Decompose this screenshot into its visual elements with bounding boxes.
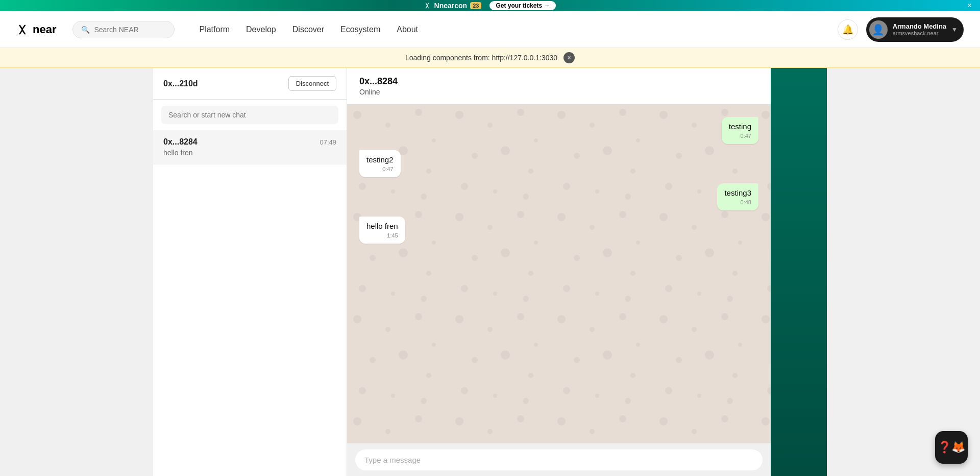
nearcon-banner: Nnearcon 23 Get your tickets → × <box>0 0 980 11</box>
nearcon-logo-text: Nnearcon <box>434 2 468 10</box>
message-bubble: testing3 0:48 <box>717 183 758 210</box>
message-input-area <box>347 443 771 476</box>
user-info: Armando Medina armsveshack.near <box>893 22 946 36</box>
nav-link-discover[interactable]: Discover <box>292 25 324 34</box>
message-time: 0:47 <box>366 166 394 172</box>
get-tickets-button[interactable]: Get your tickets → <box>489 1 556 10</box>
wallet-address: 0x...210d <box>163 79 198 88</box>
help-icon: ❓🦊 <box>938 441 965 454</box>
near-logo[interactable]: near <box>16 22 56 37</box>
nav-link-ecosystem[interactable]: Ecosystem <box>340 25 380 34</box>
help-widget[interactable]: ❓🦊 <box>935 431 968 464</box>
sidebar-header: 0x...210d Disconnect <box>153 68 347 100</box>
near-logo-text: near <box>33 23 56 36</box>
message-bubble: testing2 0:47 <box>359 150 401 177</box>
message-text: testing3 <box>724 188 751 197</box>
messages-container: testing 0:47 testing2 0:47 testing3 0:48… <box>359 117 758 244</box>
chat-contact-status: Online <box>359 88 758 96</box>
nav-link-about[interactable]: About <box>397 25 418 34</box>
search-bar[interactable]: 🔍 <box>72 21 175 38</box>
message-time: 1:45 <box>366 232 398 239</box>
message-input[interactable] <box>355 449 763 470</box>
user-name: Armando Medina <box>893 22 946 30</box>
nav-links: Platform Develop Discover Ecosystem Abou… <box>199 25 821 34</box>
nearcon-year: 23 <box>470 2 481 9</box>
list-item[interactable]: 0x...8284 07:49 hello fren <box>153 130 347 164</box>
nav-link-develop[interactable]: Develop <box>246 25 276 34</box>
disconnect-button[interactable]: Disconnect <box>288 76 336 91</box>
message-time: 0:47 <box>729 133 751 139</box>
right-panel <box>771 68 827 476</box>
main-nav: near 🔍 Platform Develop Discover Ecosyst… <box>0 11 980 48</box>
nav-right: 🔔 👤 Armando Medina armsveshack.near ▼ <box>838 17 964 42</box>
banner-close-button[interactable]: × <box>967 1 972 10</box>
dev-warning-bar: Loading components from: http://127.0.0.… <box>0 48 980 68</box>
dev-bar-message: Loading components from: http://127.0.0.… <box>405 54 557 62</box>
message-bubble: hello fren 1:45 <box>359 217 405 244</box>
dev-bar-close-button[interactable]: × <box>564 52 575 63</box>
chat-item-name: 0x...8284 <box>163 137 198 147</box>
chat-main: 0x...8284 Online testing 0:47 testing2 0… <box>347 68 771 476</box>
message-text: hello fren <box>366 222 398 230</box>
nav-link-platform[interactable]: Platform <box>199 25 230 34</box>
chat-search-input[interactable] <box>161 106 338 124</box>
chat-header: 0x...8284 Online <box>347 68 771 105</box>
search-input[interactable] <box>94 26 166 34</box>
message-time: 0:48 <box>724 199 751 205</box>
chevron-down-icon: ▼ <box>951 26 958 33</box>
user-menu[interactable]: 👤 Armando Medina armsveshack.near ▼ <box>866 17 964 42</box>
chat-app: 0x...210d Disconnect 0x...8284 07:49 hel… <box>153 68 827 476</box>
chat-sidebar: 0x...210d Disconnect 0x...8284 07:49 hel… <box>153 68 347 476</box>
message-text: testing2 <box>366 155 394 164</box>
search-icon: 🔍 <box>81 26 90 34</box>
message-bubble: testing 0:47 <box>722 117 758 144</box>
chat-contact-name: 0x...8284 <box>359 76 758 87</box>
user-account: armsveshack.near <box>893 30 946 36</box>
chat-item-header: 0x...8284 07:49 <box>163 137 336 147</box>
chat-list: 0x...8284 07:49 hello fren <box>153 130 347 476</box>
chat-item-preview: hello fren <box>163 149 336 157</box>
chat-item-time: 07:49 <box>320 138 336 146</box>
nearcon-logo: Nnearcon 23 <box>424 2 482 10</box>
notification-button[interactable]: 🔔 <box>838 19 858 40</box>
avatar: 👤 <box>869 20 888 39</box>
message-text: testing <box>729 122 751 131</box>
messages-area: testing 0:47 testing2 0:47 testing3 0:48… <box>347 105 771 443</box>
